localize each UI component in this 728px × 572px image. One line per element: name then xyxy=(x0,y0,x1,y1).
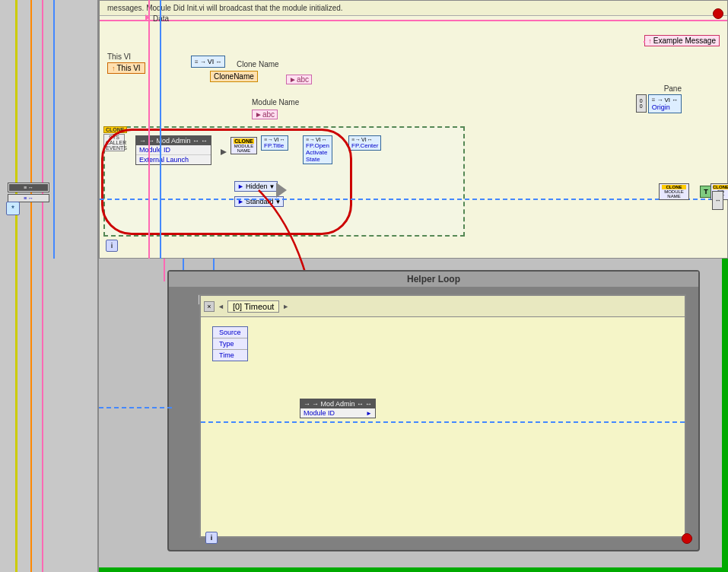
fp-open-node[interactable]: ≡→VI↔ FP.Open Activate State xyxy=(303,135,332,164)
timeout-label: [0] Timeout xyxy=(227,300,279,313)
external-launch-row: External Launch xyxy=(136,155,211,164)
left-arrow-btn[interactable]: ◄ xyxy=(218,303,224,310)
fp-title-node[interactable]: ≡→VI↔ FP.Title xyxy=(261,135,288,151)
message-bar: messages. Module Did Init.vi will broadc… xyxy=(100,1,727,16)
pane-fn-node: ≡ → VI ↔ Origin xyxy=(648,94,682,113)
clone-module-name-badge: CLONE MODULENAME xyxy=(659,183,689,200)
sys-badge: SYSCALLEREVENTS xyxy=(103,134,125,151)
timeout-bar-left: × ◄ [0] Timeout ► xyxy=(201,300,289,313)
timeout-bar: × ◄ [0] Timeout ► xyxy=(201,296,685,317)
helper-mod-admin-header: → Mod Admin ↔ xyxy=(312,400,364,408)
this-vi-section: This VI ↑ This VI xyxy=(107,52,145,74)
clone-module-badge: CLONE MODULENAME xyxy=(230,137,257,154)
helper-loop-container: Helper Loop × × ◄ [0] Timeout ► Source T… xyxy=(167,270,700,551)
pane-num-0: 00 xyxy=(636,94,647,113)
example-message-label: Example Message xyxy=(653,37,716,45)
source-row: Source xyxy=(213,327,247,338)
module-id-row-top: Module ID xyxy=(136,145,211,155)
abc-label-1: ►abc xyxy=(286,75,312,84)
time-row: Time xyxy=(213,350,247,361)
merge-node xyxy=(276,183,287,198)
activate-label: Activate xyxy=(306,149,329,156)
asterisk-node[interactable]: * xyxy=(6,202,20,215)
vi-node: ≡ → VI ↔ xyxy=(191,56,225,68)
pink-conn-1 xyxy=(644,41,645,43)
vi-label: VI xyxy=(208,58,215,65)
wire-v-pink-mid xyxy=(164,259,165,281)
fp-title-label: FP.Title xyxy=(264,142,285,149)
wire-vertical-yellow-1 xyxy=(15,0,17,572)
info-icon-helper[interactable]: i xyxy=(205,532,218,544)
message-text: messages. Module Did Init.vi will broadc… xyxy=(107,4,343,12)
clone-name-label: Clone Name xyxy=(237,60,279,68)
hidden-label: Hidden xyxy=(246,183,268,190)
pane-section: Pane 00 ≡ → VI ↔ Origin xyxy=(636,84,682,113)
module-name-label: Module Name xyxy=(252,98,299,106)
stop-button-top[interactable] xyxy=(713,8,723,19)
dashed-wire-1 xyxy=(100,199,727,200)
mod-admin-node-helper[interactable]: → → Mod Admin ↔ ↔ Module ID ► xyxy=(300,399,376,418)
wire-vertical-blue-left xyxy=(53,0,55,259)
left-panel: ≡ ↔ ≡ ↔ * xyxy=(0,0,99,572)
right-arrow-btn[interactable]: ► xyxy=(282,303,289,310)
mod-admin-header-top: → Mod Admin ↔ xyxy=(148,137,199,145)
top-diagram-section: messages. Module Did Init.vi will broadc… xyxy=(99,0,728,259)
event-structure: CLONE SYSCALLEREVENTS → → Mod Admin ↔ ↔ … xyxy=(103,126,465,237)
wire-v-pink-main xyxy=(148,0,150,259)
clone-name-text: CloneName xyxy=(214,72,254,81)
example-message-node[interactable]: ↑ Example Message xyxy=(644,35,720,46)
fp-open-label: FP.Open xyxy=(306,142,329,149)
type-row: Type xyxy=(213,338,247,350)
helper-loop-inner: × ◄ [0] Timeout ► Source Type Time → → M… xyxy=(199,294,686,538)
wire-v-blue-main xyxy=(160,0,161,259)
wire-vertical-orange xyxy=(30,0,32,572)
main-canvas: ≡ ↔ ≡ ↔ * messages. Module Did Init.vi w… xyxy=(0,0,728,572)
left-node-1: ≡ ↔ xyxy=(8,183,49,192)
fp-center-label: FP.Center xyxy=(351,142,378,149)
origin-label: Origin xyxy=(652,103,678,111)
abc-label-2: ►abc xyxy=(252,110,278,119)
while-connector: ↔ xyxy=(712,191,723,210)
arrow-right-1 xyxy=(221,149,227,155)
this-vi-button[interactable]: ↑ This VI xyxy=(107,62,145,74)
timeout-close-btn[interactable]: × xyxy=(204,301,215,312)
hidden-selector[interactable]: ► Hidden ▼ xyxy=(234,181,278,192)
fp-center-node[interactable]: ≡→VI↔ FP.Center xyxy=(348,135,381,151)
wire-vertical-pink xyxy=(42,0,43,572)
info-icon-top[interactable]: i xyxy=(106,240,118,252)
helper-module-id-row: Module ID ► xyxy=(300,408,375,418)
this-vi-label: This VI xyxy=(107,52,145,61)
wire-h-dashed-bottom xyxy=(99,407,175,408)
pane-label: Pane xyxy=(636,84,682,93)
wire-pink-top xyxy=(100,20,727,21)
green-border-bottom xyxy=(6,567,722,572)
this-vi-btn-label: This VI xyxy=(117,64,141,72)
event-data-box: Source Type Time xyxy=(212,326,248,361)
state-label: State xyxy=(306,156,329,163)
stop-button-helper[interactable] xyxy=(682,533,692,544)
helper-loop-title: Helper Loop xyxy=(169,272,698,287)
clone-name-node: CloneName xyxy=(210,71,258,82)
mod-admin-node-top[interactable]: → → Mod Admin ↔ ↔ Module ID External Lau… xyxy=(135,135,211,165)
dashed-wire-helper xyxy=(201,421,685,423)
clone-badge-1: CLONE xyxy=(103,126,127,133)
